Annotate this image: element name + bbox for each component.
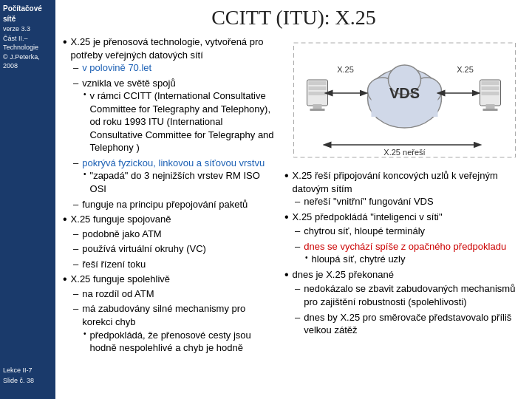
right-column: VDS X.25 X.25 X.25 neřeší	[284, 35, 525, 386]
svg-text:VDS: VDS	[389, 85, 420, 101]
sidebar-part: Část II.–Technologie	[3, 34, 52, 52]
svg-text:X.25: X.25	[337, 65, 354, 74]
svg-rect-2	[309, 81, 327, 85]
list-item-text: nedokázalo se zbavit zabudovaných mechan…	[304, 282, 525, 308]
list-item-text: dnes by X.25 pro směrovače představovalo…	[304, 311, 525, 337]
list-item-text: "zapadá" do 3 nejnižších vrstev RM ISO O…	[90, 169, 277, 195]
list-item-text: používá virtuální okruhy (VC)	[82, 242, 206, 256]
list-item: pokrývá fyzickou, linkovou a síťovou vrs…	[63, 157, 277, 196]
list-item-text: v rámci CCITT (International Consultativ…	[90, 89, 277, 154]
list-item-text: na rozdíl od ATM	[82, 287, 154, 301]
slide-badge-line2: Slide č. 38	[3, 376, 52, 386]
list-item: hloupá síť, chytré uzly	[284, 253, 525, 266]
list-item-text: X.25 předpokládá "inteligenci v síti"	[293, 211, 443, 224]
svg-rect-4	[309, 92, 327, 95]
list-item-text: pokrývá fyzickou, linkovou a síťovou vrs…	[82, 157, 265, 170]
svg-rect-10	[482, 92, 499, 95]
sidebar: Počítačové sítě verze 3.3 Část II.–Techn…	[0, 0, 55, 362]
list-item-text: chytrou síť, hloupé terminály	[304, 225, 425, 238]
svg-rect-6	[310, 109, 325, 111]
svg-rect-12	[483, 109, 498, 111]
svg-text:X.25: X.25	[457, 65, 474, 74]
list-item: chytrou síť, hloupé terminály	[284, 225, 525, 238]
list-item: v rámci CCITT (International Consultativ…	[63, 89, 277, 154]
content-columns: X.25 je přenosová technologie, vytvořená…	[63, 35, 525, 386]
list-item-text: dnes se vychází spíše z opačného předpok…	[304, 240, 506, 253]
svg-text:X.25 neřeší: X.25 neřeší	[383, 148, 425, 157]
list-item: používá virtuální okruhy (VC)	[63, 242, 277, 256]
list-item: dnes je X.25 překonané nedokázalo se zba…	[284, 268, 525, 337]
network-diagram: VDS X.25 X.25 X.25 neřeší	[284, 35, 525, 165]
list-item: X.25 funguje spolehlivě na rozdíl od ATM…	[63, 273, 277, 354]
list-item: dnes se vychází spíše z opačného předpok…	[284, 240, 525, 266]
left-list: X.25 je přenosová technologie, vytvořená…	[63, 35, 277, 355]
sidebar-version: verze 3.3	[3, 24, 52, 34]
list-item: X.25 funguje spojovaně podobně jako ATM …	[63, 213, 277, 270]
list-item-text: X.25 funguje spolehlivě	[71, 273, 170, 286]
list-item: nedokázalo se zbavit zabudovaných mechan…	[284, 282, 525, 308]
svg-rect-9	[482, 86, 499, 90]
list-item: má zabudovány silné mechanismy pro korek…	[63, 302, 277, 354]
list-item-text: hloupá síť, chytré uzly	[312, 253, 406, 266]
list-item-text: dnes je X.25 překonané	[293, 268, 394, 282]
list-item-text: X.25 je přenosová technologie, vytvořená…	[71, 35, 277, 61]
page-title: CCITT (ITU): X.25	[63, 6, 525, 30]
list-item: X.25 řeší připojování koncových uzlů k v…	[284, 169, 525, 208]
list-item: vznikla ve světě spojů v rámci CCITT (In…	[63, 77, 277, 154]
list-item: řeší řízení toku	[63, 258, 277, 271]
left-column: X.25 je přenosová technologie, vytvořená…	[63, 35, 277, 386]
list-item-text: funguje na principu přepojování paketů	[82, 198, 248, 211]
list-item: v polovině 70.let	[63, 61, 277, 75]
list-item-text: X.25 funguje spojovaně	[71, 213, 171, 226]
list-item: funguje na principu přepojování paketů	[63, 198, 277, 211]
slide-badge-line1: Lekce II-7	[3, 366, 52, 376]
svg-rect-11	[486, 104, 495, 109]
slide-badge: Lekce II-7 Slide č. 38	[0, 362, 55, 399]
list-item: na rozdíl od ATM	[63, 287, 277, 301]
list-item-text: má zabudovány silné mechanismy pro korek…	[82, 302, 277, 328]
sidebar-title: Počítačové sítě	[3, 4, 52, 24]
list-item-text: vznikla ve světě spojů	[82, 77, 175, 90]
list-item-text: podobně jako ATM	[82, 228, 161, 241]
list-item: předpokládá, že přenosové cesty jsou hod…	[63, 329, 277, 355]
list-item-text: neřeší "vnitřní" fungování VDS	[304, 195, 433, 208]
list-item: podobně jako ATM	[63, 228, 277, 241]
main-content: CCITT (ITU): X.25 X.25 je přenosová tech…	[55, 0, 532, 399]
list-item: neřeší "vnitřní" fungování VDS	[284, 195, 525, 208]
right-list: X.25 řeší připojování koncových uzlů k v…	[284, 169, 525, 337]
list-item: dnes by X.25 pro směrovače představovalo…	[284, 311, 525, 337]
list-item-text: řeší řízení toku	[82, 258, 146, 271]
svg-rect-5	[313, 104, 322, 109]
list-item-text: předpokládá, že přenosové cesty jsou hod…	[90, 329, 277, 355]
list-item-text: v polovině 70.let	[82, 61, 151, 75]
list-item: X.25 je přenosová technologie, vytvořená…	[63, 35, 277, 211]
list-item: X.25 předpokládá "inteligenci v síti" ch…	[284, 211, 525, 266]
svg-rect-8	[482, 81, 499, 85]
list-item-text: X.25 řeší připojování koncových uzlů k v…	[293, 169, 525, 195]
list-item: "zapadá" do 3 nejnižších vrstev RM ISO O…	[63, 169, 277, 195]
sidebar-author: © J.Peterka, 2008	[3, 52, 52, 71]
svg-rect-3	[309, 86, 327, 90]
